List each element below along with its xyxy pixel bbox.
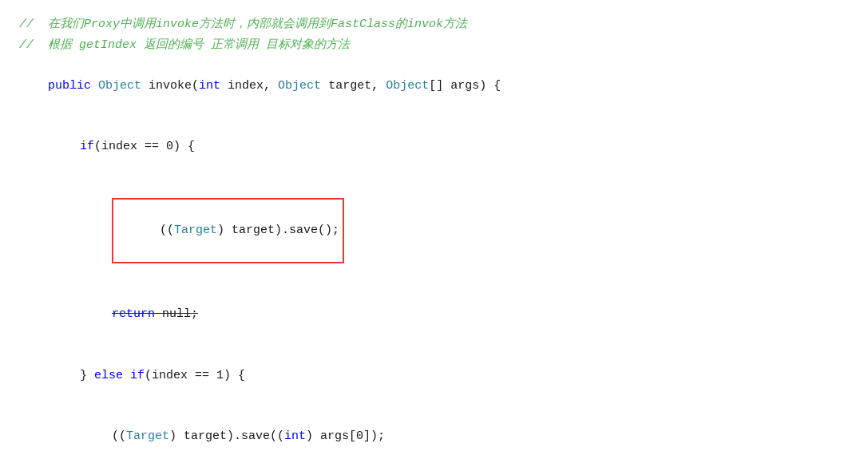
else-if-1-line: } else if(index == 1) {: [19, 345, 849, 406]
highlight-box: ((Target) target).save();: [112, 198, 344, 264]
if-index0-line: if(index == 0) {: [19, 117, 849, 178]
code-container: // 在我们Proxy中调用invoke方法时，内部就会调用到FastClass…: [0, 0, 868, 459]
method-signature-line: public Object invoke(int index, Object t…: [19, 55, 849, 117]
highlighted-save-line: ((Target) target).save();: [19, 177, 849, 284]
comment-line-1: // 在我们Proxy中调用invoke方法时，内部就会调用到FastClass…: [19, 14, 849, 35]
object-type: Object: [98, 79, 141, 93]
save-int-line: ((Target) target).save((int) args[0]);: [19, 406, 849, 460]
return-null-strikethrough-line: return null;: [19, 284, 849, 346]
public-keyword: public: [48, 79, 91, 93]
return-keyword-strikethrough: return: [112, 307, 155, 321]
comment-line-2: // 根据 getIndex 返回的编号 正常调用 目标对象的方法: [19, 35, 849, 56]
